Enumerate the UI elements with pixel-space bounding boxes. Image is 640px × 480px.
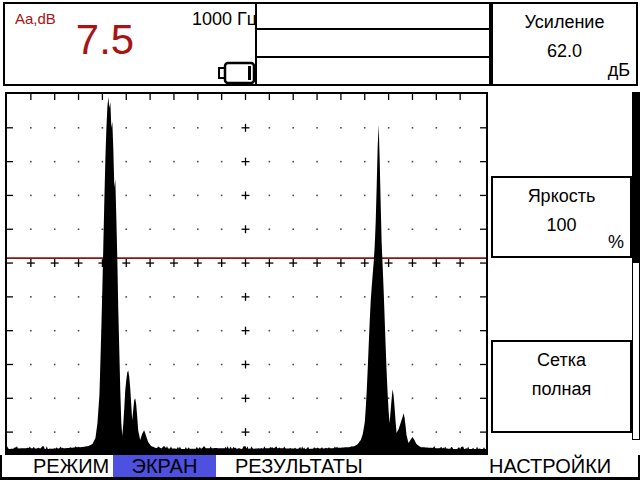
scrollbar-thumb[interactable] xyxy=(633,93,639,263)
scrollbar[interactable] xyxy=(632,92,640,440)
param-gain[interactable]: Усиление 62.0 дБ xyxy=(491,2,638,86)
info-rows xyxy=(257,2,491,86)
info-row-3 xyxy=(257,58,491,86)
param-grid-label: Сетка xyxy=(537,350,586,371)
info-row-1 xyxy=(257,2,491,30)
param-grid-value: полная xyxy=(532,379,592,400)
param-brightness-value: 100 xyxy=(546,215,576,236)
param-gain-label: Усиление xyxy=(525,12,605,33)
menu-item-mode[interactable]: РЕЖИМ xyxy=(33,455,109,477)
ascan-waveform xyxy=(7,94,486,453)
menu-item-settings[interactable]: НАСТРОЙКИ xyxy=(489,455,611,477)
param-grid[interactable]: Сетка полная xyxy=(491,340,632,433)
mode-label: Aa,dB xyxy=(15,10,56,27)
menu-bar: РЕЖИМ ЭКРАН РЕЗУЛЬТАТЫ НАСТРОЙКИ xyxy=(0,455,640,477)
frequency-value: 1000 Гц xyxy=(145,9,257,30)
menu-item-results[interactable]: РЕЗУЛЬТАТЫ xyxy=(235,455,363,477)
param-brightness[interactable]: Яркость 100 % xyxy=(491,176,632,258)
mode-value: 7.5 xyxy=(60,16,150,64)
param-brightness-unit: % xyxy=(608,232,624,253)
info-row-2 xyxy=(257,30,491,58)
param-brightness-label: Яркость xyxy=(528,186,596,207)
ascan-plot xyxy=(5,92,488,455)
param-gain-unit: дБ xyxy=(608,60,630,81)
menu-item-screen[interactable]: ЭКРАН xyxy=(113,455,216,477)
measurement-panel: Aa,dB 7.5 1000 Гц xyxy=(3,2,257,86)
battery-icon xyxy=(217,60,257,86)
param-gain-value: 62.0 xyxy=(547,41,582,62)
